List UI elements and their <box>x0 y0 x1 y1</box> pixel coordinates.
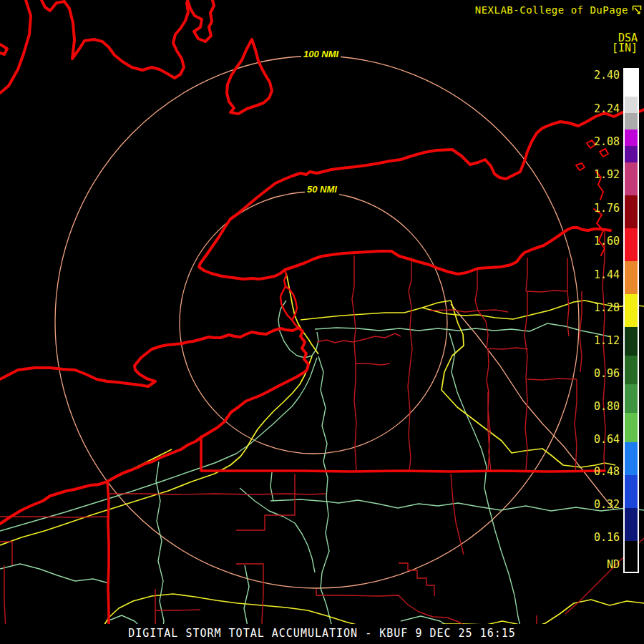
colorbar-segment <box>625 384 638 413</box>
shoreline-toronto-hook <box>187 0 214 42</box>
colorbar-segment <box>625 97 638 113</box>
colorbar-label: 2.40 <box>594 69 620 81</box>
caption-bar: DIGITAL STORM TOTAL ACCUMULATION - KBUF … <box>0 624 644 644</box>
colorbar-segment <box>625 541 638 572</box>
caption-text: DIGITAL STORM TOTAL ACCUMULATION - KBUF … <box>128 627 516 640</box>
range-arc-segment <box>451 304 614 509</box>
cod-logo-icon <box>632 5 642 16</box>
colorbar-segment <box>625 130 638 146</box>
shoreline-left-stub <box>0 44 7 54</box>
product-units: [IN] <box>612 43 638 53</box>
colorbar-segment <box>625 113 638 130</box>
colorbar-label: 1.92 <box>594 169 620 180</box>
lake-ontario-shoreline <box>199 109 644 279</box>
colorbar-segment <box>625 356 638 384</box>
colorbar-segment <box>625 69 638 97</box>
colorbar-label: ND <box>607 559 620 570</box>
colorbar-segment <box>625 413 638 442</box>
colorbar-segment <box>625 508 638 541</box>
colorbar-segment <box>625 327 638 356</box>
colorbar-label: 2.24 <box>594 103 620 114</box>
colorbar-label: 0.80 <box>594 401 620 412</box>
colorbar-segment <box>625 442 638 475</box>
lake-erie-canada-shoreline <box>0 328 298 386</box>
colorbar-label: 0.96 <box>594 368 620 379</box>
range-ring-100nmi <box>55 56 579 588</box>
colorbar-label: 0.16 <box>594 532 620 543</box>
colorbar-segment <box>625 475 638 508</box>
lake-simcoe-outline <box>227 39 272 114</box>
range-ring-50nmi-label: 50 NMI <box>305 184 339 195</box>
colorbar-segment <box>625 195 638 228</box>
colorbar-segment <box>625 261 638 294</box>
colorbar-label: 1.76 <box>594 203 620 214</box>
range-ring-50nmi <box>180 192 447 454</box>
colorbar-label: 2.08 <box>594 136 620 147</box>
colorbar-label: 0.64 <box>594 434 620 445</box>
colorbar-segment <box>625 146 638 162</box>
colorbar-segments <box>625 69 638 572</box>
branding-text: NEXLAB-College of DuPage <box>475 4 628 16</box>
shoreline-georgian-bay <box>42 0 188 78</box>
product-label: DSA [IN] <box>612 33 638 53</box>
colorbar-label: 1.28 <box>594 302 620 313</box>
radar-map <box>0 0 644 644</box>
county-boundaries <box>0 230 644 644</box>
radar-screen: 100 NMI 50 NMI NEXLAB-College of DuPage … <box>0 0 644 644</box>
colorbar-segment <box>625 162 638 195</box>
colorbar-segment <box>625 294 638 327</box>
branding: NEXLAB-College of DuPage <box>475 4 642 16</box>
range-rings <box>55 56 614 588</box>
pa-vertical-line <box>107 482 109 635</box>
colorbar <box>623 68 639 573</box>
range-ring-100nmi-label: 100 NMI <box>301 49 341 59</box>
colorbar-label: 1.60 <box>594 235 620 247</box>
colorbar-label: 1.44 <box>594 269 620 280</box>
colorbar-label: 0.48 <box>594 466 620 477</box>
colorbar-label: 1.12 <box>594 335 620 346</box>
colorbar-label: 0.32 <box>594 499 620 510</box>
colorbar-segment <box>625 228 638 261</box>
